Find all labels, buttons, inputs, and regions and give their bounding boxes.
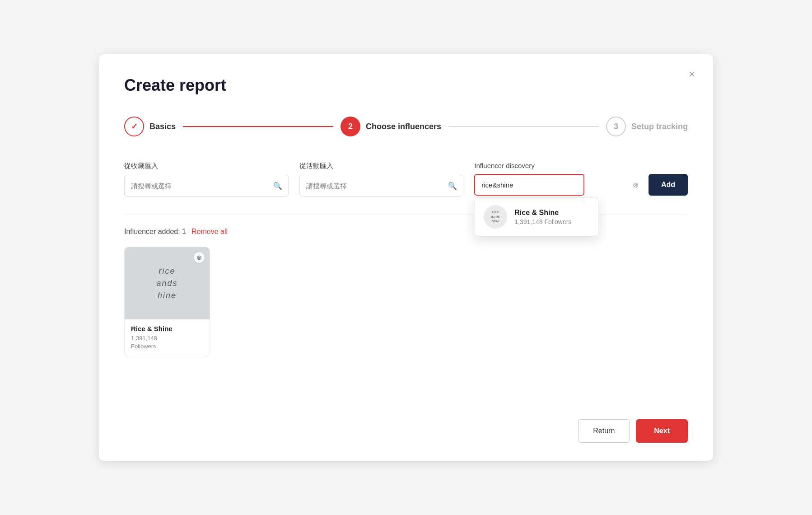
influencer-card: riceandshine ⊗ Rice & Shine 1,391,148 Fo… [124, 247, 210, 357]
from-collection-input[interactable] [124, 175, 289, 197]
clear-icon[interactable]: ⊗ [633, 181, 639, 189]
close-button[interactable]: × [689, 69, 695, 80]
dropdown-avatar-text: riceandshine [491, 210, 500, 224]
from-activity-input[interactable] [299, 175, 464, 197]
search-icon-collection: 🔍 [273, 182, 282, 190]
step-setup-tracking: 3 Setup tracking [606, 117, 688, 136]
dropdown-item-followers: 1,391,148 Followers [514, 218, 571, 225]
influencer-card-image: riceandshine ⊗ [125, 247, 210, 319]
added-header: Influencer added: 1 Remove all [124, 228, 688, 236]
add-button[interactable]: Add [649, 174, 688, 196]
discovery-dropdown: riceandshine Rice & Shine 1,391,148 Foll… [474, 197, 599, 236]
added-count-text: Influencer added: 1 [124, 228, 186, 236]
from-collection-section: 從收藏匯入 🔍 [124, 162, 289, 197]
discovery-input-container: ⊗ riceandshine Rice & Shine 1,391,148 Fo… [474, 174, 644, 196]
influencer-remove-button[interactable]: ⊗ [193, 252, 205, 263]
from-activity-label: 從活動匯入 [299, 162, 464, 170]
dropdown-item-avatar: riceandshine [484, 205, 507, 229]
search-row: 從收藏匯入 🔍 從活動匯入 🔍 Influencer discovery ⊗ [124, 162, 688, 197]
next-button[interactable]: Next [636, 419, 688, 443]
return-button[interactable]: Return [578, 419, 630, 443]
step-line-1 [183, 126, 333, 127]
step-2-label: Choose influencers [366, 122, 441, 131]
discovery-input[interactable] [474, 174, 584, 196]
dropdown-item-name: Rice & Shine [514, 209, 571, 217]
section-divider [124, 215, 688, 215]
dropdown-item[interactable]: riceandshine Rice & Shine 1,391,148 Foll… [475, 198, 598, 236]
step-basics: ✓ Basics [124, 117, 176, 136]
remove-all-link[interactable]: Remove all [191, 228, 228, 236]
influencer-discovery-section: Influencer discovery ⊗ riceandshine Rice… [474, 162, 688, 197]
step-2-circle: 2 [341, 117, 360, 136]
influencer-grid: riceandshine ⊗ Rice & Shine 1,391,148 Fo… [124, 247, 688, 357]
from-activity-input-wrap: 🔍 [299, 175, 464, 197]
step-1-circle: ✓ [124, 117, 144, 136]
step-line-2 [448, 126, 599, 127]
influencer-card-name: Rice & Shine [131, 325, 203, 332]
steps-container: ✓ Basics 2 Choose influencers 3 Setup tr… [124, 117, 688, 136]
step-choose-influencers: 2 Choose influencers [341, 117, 441, 136]
page-title: Create report [124, 76, 688, 95]
search-icon-activity: 🔍 [448, 182, 457, 190]
modal: × Create report ✓ Basics 2 Choose influe… [99, 54, 713, 461]
from-collection-input-wrap: 🔍 [124, 175, 289, 197]
from-collection-label: 從收藏匯入 [124, 162, 289, 170]
dropdown-item-info: Rice & Shine 1,391,148 Followers [514, 209, 571, 225]
influencer-img-text: riceandshine [156, 265, 177, 302]
influencer-discovery-label: Influencer discovery [474, 162, 688, 169]
discovery-input-wrap: ⊗ riceandshine Rice & Shine 1,391,148 Fo… [474, 174, 688, 196]
from-activity-section: 從活動匯入 🔍 [299, 162, 464, 197]
step-1-label: Basics [149, 122, 176, 131]
step-3-label: Setup tracking [631, 122, 688, 131]
footer: Return Next [578, 419, 688, 443]
step-3-circle: 3 [606, 117, 626, 136]
influencer-card-followers: 1,391,148 Followers [131, 334, 203, 351]
influencer-card-info: Rice & Shine 1,391,148 Followers [125, 319, 210, 357]
